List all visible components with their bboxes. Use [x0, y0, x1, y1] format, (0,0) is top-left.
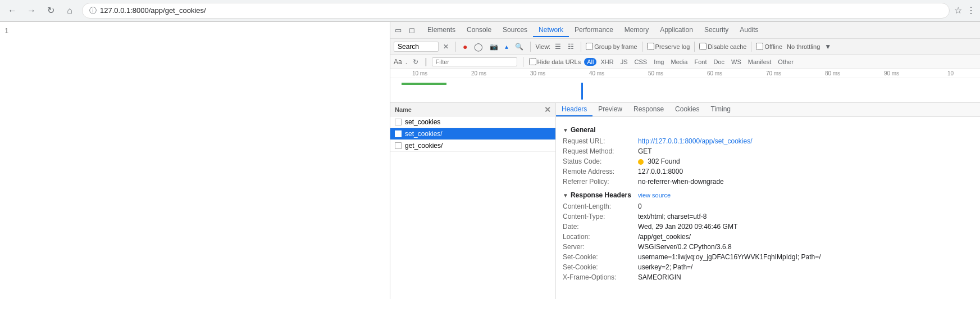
filter-tag-ws[interactable]: WS — [728, 58, 744, 66]
search-button[interactable]: 🔍 — [513, 42, 526, 52]
network-row-set-cookies-slash[interactable]: set_cookies/ — [390, 128, 555, 140]
status-dot — [638, 159, 644, 165]
timeline-blue-bar — [581, 83, 583, 100]
separator-1 — [455, 42, 456, 52]
more-icon[interactable]: ⋮ — [967, 5, 976, 16]
tab-audits[interactable]: Audits — [734, 24, 764, 37]
tab-network[interactable]: Network — [533, 24, 569, 37]
line-number: 1 — [4, 26, 8, 35]
view-detail-button[interactable]: ☷ — [566, 42, 576, 52]
timeline-mark-0: 10 ms — [390, 70, 449, 76]
close-search-button[interactable]: ✕ — [441, 42, 451, 52]
collapse-general-icon[interactable]: ▼ — [563, 127, 568, 133]
throttling-dropdown-button[interactable]: ▼ — [822, 42, 833, 52]
no-throttling-label: No throttling — [787, 43, 820, 50]
filter-tag-other[interactable]: Other — [775, 58, 796, 66]
details-tab-cookies[interactable]: Cookies — [669, 103, 705, 116]
filter-tag-js[interactable]: JS — [618, 58, 631, 66]
separator-2 — [530, 42, 531, 52]
details-panel: Headers Preview Response Cookies Timing … — [556, 103, 980, 299]
bookmark-icon[interactable]: ☆ — [954, 5, 962, 16]
stop-button[interactable]: ◯ — [472, 41, 485, 52]
home-button[interactable]: ⌂ — [62, 3, 78, 19]
close-details-button[interactable]: ✕ — [544, 105, 551, 114]
network-row-get-cookies[interactable]: get_cookies/ — [390, 140, 555, 152]
preserve-log-checkbox[interactable]: Preserve log — [647, 43, 690, 50]
collapse-response-icon[interactable]: ▼ — [563, 192, 568, 199]
row-icon-2 — [395, 142, 402, 149]
timeline-mark-8: 90 ms — [862, 70, 921, 76]
detail-row-location: Location: /app/get_cookies/ — [563, 232, 973, 242]
tab-security[interactable]: Security — [699, 24, 734, 37]
forward-button[interactable]: → — [24, 3, 39, 19]
tab-performance[interactable]: Performance — [569, 24, 619, 37]
timeline-mark-3: 40 ms — [567, 70, 626, 76]
separator-filter — [523, 57, 523, 67]
view-list-button[interactable]: ☰ — [553, 42, 563, 52]
details-tab-timing[interactable]: Timing — [705, 103, 736, 116]
separator-3 — [581, 42, 581, 52]
group-by-frame-checkbox[interactable]: Group by frame — [586, 43, 637, 50]
camera-button[interactable]: 📷 — [487, 42, 500, 52]
detail-row-request-url: Request URL: http://127.0.0.1:8000/app/s… — [563, 136, 973, 146]
hide-data-urls-checkbox[interactable]: Hide data URLs — [529, 58, 581, 65]
record-button[interactable]: ● — [461, 41, 470, 52]
view-label: View: — [535, 43, 550, 50]
timeline-green-bar — [402, 83, 446, 85]
offline-checkbox[interactable]: Offline — [756, 43, 782, 50]
filter-tag-font[interactable]: Font — [691, 58, 709, 66]
detail-row-referrer-policy: Referrer Policy: no-referrer-when-downgr… — [563, 177, 973, 187]
timeline-mark-7: 80 ms — [803, 70, 862, 76]
separator-5 — [694, 42, 695, 52]
reload-button[interactable]: ↻ — [43, 3, 58, 19]
detail-row-x-frame-options: X-Frame-Options: SAMEORIGIN — [563, 272, 973, 282]
row-icon-0 — [395, 119, 402, 125]
timeline-area: 10 ms 20 ms 30 ms 40 ms 50 ms 60 ms 70 m… — [390, 69, 980, 103]
address-bar[interactable]: ⓘ 127.0.0.1:8000/app/get_cookies/ — [82, 3, 950, 19]
tab-application[interactable]: Application — [654, 24, 699, 37]
details-content: ▼ General Request URL: http://127.0.0.1:… — [556, 117, 980, 287]
tab-elements[interactable]: Elements — [422, 24, 461, 37]
filter-button[interactable]: ▴ — [503, 42, 510, 52]
detail-row-set-cookie-2: Set-Cookie: userkey=2; Path=/ — [563, 262, 973, 272]
filter-tag-doc[interactable]: Doc — [710, 58, 727, 66]
detail-row-content-type: Content-Type: text/html; charset=utf-8 — [563, 211, 973, 222]
tab-sources[interactable]: Sources — [497, 24, 533, 37]
details-tab-preview[interactable]: Preview — [592, 103, 628, 116]
view-source-link[interactable]: view source — [638, 192, 671, 199]
back-button[interactable]: ← — [4, 3, 20, 19]
details-tab-headers[interactable]: Headers — [556, 103, 592, 116]
timeline-mark-4: 50 ms — [626, 70, 685, 76]
detail-row-remote-address: Remote Address: 127.0.0.1:8000 — [563, 166, 973, 177]
undock-icon[interactable]: ▭ — [393, 25, 404, 36]
aa-icon: Aa — [394, 58, 402, 66]
tab-memory[interactable]: Memory — [619, 24, 654, 37]
url-display: 127.0.0.1:8000/app/get_cookies/ — [100, 6, 942, 15]
timeline-mark-6: 70 ms — [744, 70, 803, 76]
detail-row-status-code: Status Code: 302 Found — [563, 156, 973, 166]
filter-tag-media[interactable]: Media — [668, 58, 690, 66]
filter-tags: All XHR JS CSS Img Media Font Doc WS Man… — [584, 58, 796, 66]
disable-cache-checkbox[interactable]: Disable cache — [699, 43, 746, 50]
filter-tag-xhr[interactable]: XHR — [598, 58, 616, 66]
filter-tag-css[interactable]: CSS — [632, 58, 650, 66]
details-tab-bar: Headers Preview Response Cookies Timing — [556, 103, 980, 117]
general-section-header: ▼ General — [563, 126, 973, 134]
detail-row-server: Server: WSGIServer/0.2 CPython/3.6.8 — [563, 242, 973, 252]
dock-icon[interactable]: ◻ — [406, 25, 417, 36]
detail-row-date: Date: Wed, 29 Jan 2020 09:46:46 GMT — [563, 222, 973, 232]
filter-tag-manifest[interactable]: Manifest — [745, 58, 774, 66]
tab-console[interactable]: Console — [461, 24, 497, 37]
search-input[interactable] — [394, 42, 439, 52]
timeline-content — [390, 78, 980, 101]
details-tab-response[interactable]: Response — [628, 103, 669, 116]
filter-tag-all[interactable]: All — [584, 58, 596, 66]
filter-input[interactable] — [432, 57, 517, 66]
timeline-mark-2: 30 ms — [508, 70, 567, 76]
separator-6 — [751, 42, 751, 52]
network-row-set-cookies[interactable]: set_cookies — [390, 116, 555, 128]
refresh-filter-button[interactable]: ↻ — [411, 57, 421, 67]
filter-separator: │ — [424, 58, 429, 66]
filter-tag-img[interactable]: Img — [651, 58, 667, 66]
devtools-tab-bar: ▭ ◻ Elements Console Sources Network Per… — [390, 22, 980, 39]
